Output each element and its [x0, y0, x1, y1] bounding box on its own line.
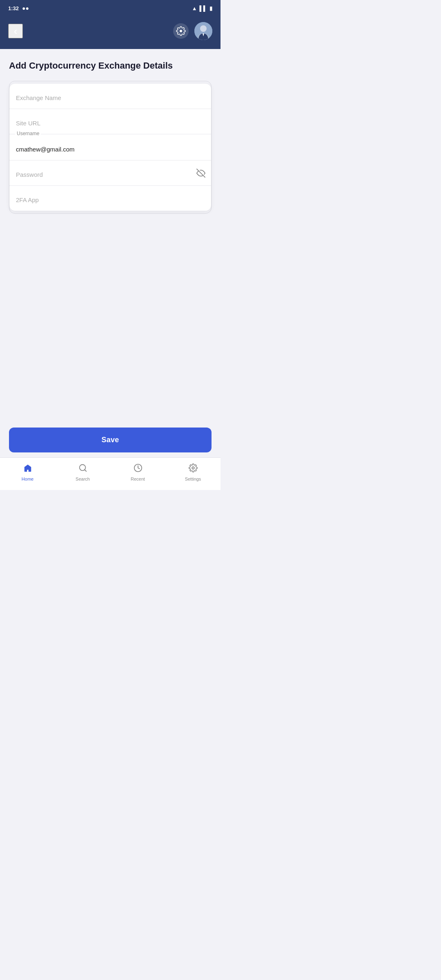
two-fa-field	[9, 186, 211, 211]
recent-icon	[134, 463, 143, 475]
content-spacer	[0, 321, 220, 421]
svg-line-5	[85, 470, 86, 471]
username-label: Username	[15, 131, 41, 136]
exchange-name-input[interactable]	[9, 85, 211, 107]
status-right: ▲ ▌▌ ▮	[192, 5, 212, 11]
home-icon	[23, 463, 32, 475]
messenger-icon: ●●	[22, 5, 29, 11]
top-nav: ‹	[0, 16, 220, 49]
nav-item-search[interactable]: Search	[55, 463, 110, 481]
password-field	[9, 160, 211, 186]
username-input[interactable]: cmathew@gmail.com	[9, 136, 211, 158]
bottom-nav: Home Search Recent Settings	[0, 457, 220, 490]
settings-wheel-button[interactable]	[173, 23, 189, 39]
two-fa-input[interactable]	[9, 187, 211, 209]
exchange-name-field	[9, 84, 211, 109]
form-inner: Username cmathew@gmail.com	[9, 84, 211, 211]
nav-item-home[interactable]: Home	[0, 463, 55, 481]
status-left: 1:32 ●●	[8, 5, 29, 11]
save-section: Save	[0, 421, 220, 457]
nav-right	[173, 22, 212, 40]
svg-point-1	[200, 25, 207, 32]
form-card: Username cmathew@gmail.com	[9, 81, 212, 214]
status-time: 1:32	[8, 5, 19, 11]
svg-point-7	[192, 467, 194, 469]
username-field: Username cmathew@gmail.com	[9, 134, 211, 160]
nav-item-recent[interactable]: Recent	[110, 463, 165, 481]
battery-icon: ▮	[209, 5, 212, 11]
nav-item-settings[interactable]: Settings	[165, 463, 220, 481]
nav-label-recent: Recent	[131, 477, 145, 481]
nav-label-home: Home	[22, 477, 33, 481]
toggle-password-button[interactable]	[196, 169, 205, 178]
nav-label-settings: Settings	[185, 477, 201, 481]
settings-icon	[189, 463, 198, 475]
page-content: Add Cryptocurrency Exchange Details User…	[0, 49, 220, 321]
back-button[interactable]: ‹	[8, 24, 23, 38]
site-url-input[interactable]	[9, 111, 211, 132]
wifi-icon: ▲	[192, 5, 197, 11]
save-button[interactable]: Save	[9, 428, 212, 452]
search-icon	[78, 463, 87, 475]
password-input[interactable]	[9, 162, 211, 184]
page-title: Add Cryptocurrency Exchange Details	[9, 60, 212, 71]
avatar[interactable]	[194, 22, 212, 40]
signal-icon: ▌▌	[200, 5, 207, 11]
status-bar: 1:32 ●● ▲ ▌▌ ▮	[0, 0, 220, 16]
nav-label-search: Search	[76, 477, 90, 481]
